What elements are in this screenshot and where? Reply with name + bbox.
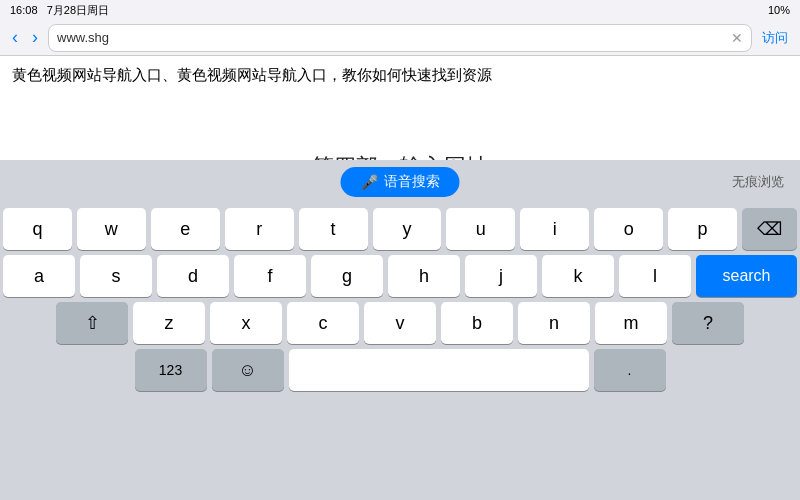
search-button[interactable]: search: [696, 255, 797, 297]
key-y[interactable]: y: [373, 208, 442, 250]
status-bar: 16:08 7月28日周日 10%: [0, 0, 800, 20]
visit-button[interactable]: 访问: [758, 29, 792, 47]
keyboard-area: 🎤 语音搜索 无痕浏览 q w e r t y u i o p ⌫ a s d …: [0, 160, 800, 500]
key-emoji[interactable]: ☺: [212, 349, 284, 391]
key-v[interactable]: v: [364, 302, 436, 344]
key-shift[interactable]: ⇧: [56, 302, 128, 344]
key-l[interactable]: l: [619, 255, 691, 297]
mic-icon: 🎤: [361, 174, 378, 190]
private-browse-label: 无痕浏览: [732, 173, 784, 191]
key-d[interactable]: d: [157, 255, 229, 297]
key-r[interactable]: r: [225, 208, 294, 250]
key-g[interactable]: g: [311, 255, 383, 297]
url-text: www.shg: [57, 30, 731, 45]
key-p[interactable]: p: [668, 208, 737, 250]
voice-search-label: 语音搜索: [384, 173, 440, 191]
key-row-1: q w e r t y u i o p ⌫: [3, 208, 797, 250]
battery: 10%: [768, 4, 790, 16]
time: 16:08: [10, 4, 38, 16]
key-delete[interactable]: ⌫: [742, 208, 797, 250]
key-c[interactable]: c: [287, 302, 359, 344]
key-t[interactable]: t: [299, 208, 368, 250]
status-time: 16:08 7月28日周日: [10, 3, 109, 18]
key-s[interactable]: s: [80, 255, 152, 297]
key-row-3: ⇧ z x c v b n m ?: [3, 302, 797, 344]
key-k[interactable]: k: [542, 255, 614, 297]
voice-search-button[interactable]: 🎤 语音搜索: [341, 167, 460, 197]
key-period[interactable]: .: [594, 349, 666, 391]
status-right: 10%: [768, 4, 790, 16]
key-b[interactable]: b: [441, 302, 513, 344]
key-x[interactable]: x: [210, 302, 282, 344]
key-w[interactable]: w: [77, 208, 146, 250]
key-f[interactable]: f: [234, 255, 306, 297]
page-text: 黄色视频网站导航入口、黄色视频网站导航入口，教你如何快速找到资源: [12, 64, 788, 87]
key-row-4: 123 ☺ .: [3, 349, 797, 391]
key-j[interactable]: j: [465, 255, 537, 297]
key-question[interactable]: ?: [672, 302, 744, 344]
key-m[interactable]: m: [595, 302, 667, 344]
date: 7月28日周日: [47, 4, 109, 16]
keyboard: q w e r t y u i o p ⌫ a s d f g h j k l …: [0, 204, 800, 400]
key-i[interactable]: i: [520, 208, 589, 250]
key-q[interactable]: q: [3, 208, 72, 250]
key-space[interactable]: [289, 349, 589, 391]
forward-button[interactable]: ›: [28, 27, 42, 48]
key-row-2: a s d f g h j k l search: [3, 255, 797, 297]
keyboard-top-bar: 🎤 语音搜索 无痕浏览: [0, 160, 800, 204]
url-clear-icon[interactable]: ✕: [731, 30, 743, 46]
key-numbers[interactable]: 123: [135, 349, 207, 391]
key-o[interactable]: o: [594, 208, 663, 250]
key-n[interactable]: n: [518, 302, 590, 344]
browser-chrome: ‹ › www.shg ✕ 访问: [0, 20, 800, 56]
key-z[interactable]: z: [133, 302, 205, 344]
key-a[interactable]: a: [3, 255, 75, 297]
key-u[interactable]: u: [446, 208, 515, 250]
back-button[interactable]: ‹: [8, 27, 22, 48]
key-e[interactable]: e: [151, 208, 220, 250]
page-content: 黄色视频网站导航入口、黄色视频网站导航入口，教你如何快速找到资源: [0, 56, 800, 136]
key-h[interactable]: h: [388, 255, 460, 297]
url-bar[interactable]: www.shg ✕: [48, 24, 752, 52]
